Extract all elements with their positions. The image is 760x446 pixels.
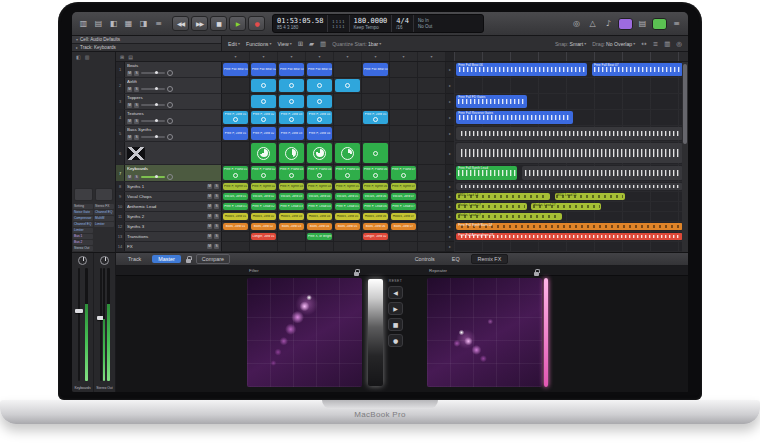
region[interactable]: Free Fall Synth Lead xyxy=(456,166,517,180)
solo-button[interactable]: S xyxy=(214,194,219,199)
loop-cell-slot[interactable]: Free Fall Beat 02 xyxy=(250,62,278,78)
region[interactable]: Free Fall FD Gates xyxy=(456,95,526,108)
grid-arrangement-toggle[interactable]: ▸ xyxy=(446,126,454,142)
scene-trigger-icon[interactable]: ▾ xyxy=(222,52,250,61)
solo-button[interactable]: S xyxy=(134,135,139,140)
mute-button[interactable]: M xyxy=(127,119,132,124)
loop-cell-slot[interactable] xyxy=(362,78,390,94)
loop-cell-slot[interactable]: Free F, Jord 03 xyxy=(278,126,306,142)
loop-cell-slot[interactable]: Bass, Jord 04 xyxy=(306,222,334,232)
loop-cell-slot[interactable]: Free F, Piano 06 xyxy=(362,165,390,182)
loop-cell-slot[interactable]: Free F, Piano 01 xyxy=(222,165,250,182)
loop-cell-slot[interactable] xyxy=(390,110,418,126)
loop-cell[interactable]: Vocals, Jord 07 xyxy=(391,193,416,200)
loop-cell[interactable]: Free Fall Beat 05 xyxy=(363,63,388,76)
toolbar-menu-icon[interactable]: ≡ xyxy=(670,17,683,30)
track-header[interactable]: 1BeatsMS xyxy=(116,62,222,78)
count-in-icon[interactable]: ♪ xyxy=(602,17,615,30)
loop-cell-slot[interactable] xyxy=(250,94,278,110)
loop-cell[interactable]: Hooks, Jord 01 xyxy=(223,213,248,220)
repeater-xy-pad[interactable] xyxy=(427,278,542,387)
region[interactable] xyxy=(456,143,683,163)
loop-cell[interactable]: Free F, Piano 04 xyxy=(307,166,332,180)
solo-button[interactable]: S xyxy=(214,244,219,249)
loop-cell-slot[interactable]: Free F, Lead 02 xyxy=(250,202,278,212)
scene-trigger-icon[interactable]: ▾ xyxy=(362,52,390,61)
metronome-icon[interactable]: △ xyxy=(586,17,599,30)
loop-cell[interactable] xyxy=(335,79,360,92)
plugin-slot[interactable]: Limiter xyxy=(94,222,114,227)
region[interactable]: Hooks, Lead 17 xyxy=(456,203,526,210)
loop-cell[interactable] xyxy=(251,95,276,108)
channel-strip[interactable]: Stereo Out xyxy=(94,253,115,392)
loop-cell-slot[interactable] xyxy=(418,192,446,202)
lock-icon[interactable] xyxy=(534,272,539,276)
timeline-ruler[interactable] xyxy=(454,52,688,61)
loop-cell[interactable]: Free F, Piano 06 xyxy=(363,166,388,180)
loop-cell[interactable]: Free F, Synth 02 xyxy=(251,183,276,190)
solo-button[interactable]: S xyxy=(214,204,219,209)
loop-cell-slot[interactable]: Vocals, Jord 02 xyxy=(250,192,278,202)
loop-cell-slot[interactable] xyxy=(418,142,446,165)
loop-cell-slot[interactable]: Free F, Jord 02 xyxy=(250,126,278,142)
loop-cell[interactable]: Vocals, Jord 01 xyxy=(223,193,248,200)
volume-slider[interactable] xyxy=(141,176,165,178)
output-slot[interactable]: Stereo Out xyxy=(73,246,93,251)
solo-button[interactable]: S xyxy=(214,214,219,219)
loop-cell-slot[interactable]: Vocals, Jord 05 xyxy=(334,192,362,202)
pan-knob[interactable] xyxy=(167,102,173,108)
loop-cell[interactable]: Hooks, Jord 03 xyxy=(279,213,304,220)
pan-knob[interactable] xyxy=(167,86,173,92)
menu-edit[interactable]: Edit▾ xyxy=(228,41,240,47)
region-lane[interactable]: Free Fall Beat 06Free Fall Beat 07 xyxy=(454,62,688,78)
loop-cell-slot[interactable]: Vocals, Jord 03 xyxy=(278,192,306,202)
loop-cell[interactable]: Free F, Synth 05 xyxy=(335,183,360,190)
loop-cell-slot[interactable]: Free Fall Beat 03 xyxy=(278,62,306,78)
loop-cell-slot[interactable]: Free F, Lead 03 xyxy=(278,202,306,212)
loop-cell[interactable]: Free F, Jord 01 xyxy=(223,111,248,124)
region-lane[interactable] xyxy=(454,126,688,142)
loop-cell-slot[interactable]: Free F, Jord 04 xyxy=(306,110,334,126)
loop-cell[interactable]: Free F, Piano 01 xyxy=(223,166,248,180)
loop-cell[interactable]: Hooks, Jord 06 xyxy=(363,213,388,220)
pan-knob[interactable] xyxy=(167,70,173,76)
loop-cell-slot[interactable]: Free F, Synth 07 xyxy=(390,182,418,192)
solo-button[interactable]: S xyxy=(134,119,139,124)
track-header[interactable]: 4TexturesMS xyxy=(116,110,222,126)
grid-arrangement-toggle[interactable]: ▸ xyxy=(446,202,454,212)
loop-cell[interactable]: Hooks, Jord 02 xyxy=(251,213,276,220)
mute-button[interactable]: M xyxy=(127,87,132,92)
track-header[interactable]: 3ToppersMS xyxy=(116,94,222,110)
tab-controls[interactable]: Controls xyxy=(409,255,441,263)
loop-cell[interactable]: Free F, Piano 03 xyxy=(279,166,304,180)
loop-cell-slot[interactable] xyxy=(334,242,362,252)
loop-cell-slot[interactable] xyxy=(334,62,362,78)
region-lane[interactable]: Free Fall Synth Bass 04 xyxy=(454,222,688,232)
track-header[interactable]: 6 xyxy=(116,142,222,165)
loop-cell-slot[interactable] xyxy=(222,78,250,94)
loop-cell-slot[interactable] xyxy=(334,78,362,94)
region[interactable]: Free Fall Reverse Gates xyxy=(456,111,573,124)
region[interactable] xyxy=(522,166,683,180)
loop-cell-slot[interactable] xyxy=(390,232,418,242)
rewind-button[interactable]: ◀◀ xyxy=(172,16,189,31)
grid-icon[interactable]: ⊞ xyxy=(298,40,303,48)
tab-track[interactable]: Track xyxy=(122,255,147,263)
plugin-slot[interactable]: MultiM xyxy=(94,216,114,221)
loop-cell-slot[interactable]: Hooks, Jord 03 xyxy=(278,212,306,222)
mixer-icon[interactable]: ▦ xyxy=(122,17,135,30)
loop-cell-slot[interactable]: Vocals, Jord 01 xyxy=(222,192,250,202)
tuner-icon[interactable]: ◎ xyxy=(570,17,583,30)
plugin-slot[interactable]: Setting xyxy=(73,204,93,209)
cell-inspector-header[interactable]: ▾ Cell: Audio Defaults xyxy=(72,36,221,43)
groove-icon[interactable]: ▥ xyxy=(85,54,90,60)
volume-slider[interactable] xyxy=(141,72,165,74)
loop-cell[interactable]: Longer, Jord 01 xyxy=(251,233,276,240)
loop-cell-slot[interactable] xyxy=(278,78,306,94)
track-header[interactable]: 2AirliftMS xyxy=(116,78,222,94)
region-lane[interactable] xyxy=(454,78,688,94)
mute-button[interactable]: M xyxy=(207,244,212,249)
loop-cell-slot[interactable]: Hooks, Jord 02 xyxy=(250,212,278,222)
loop-cell-slot[interactable] xyxy=(418,202,446,212)
loop-cell-slot[interactable]: Free F, Piano 02 xyxy=(250,165,278,182)
